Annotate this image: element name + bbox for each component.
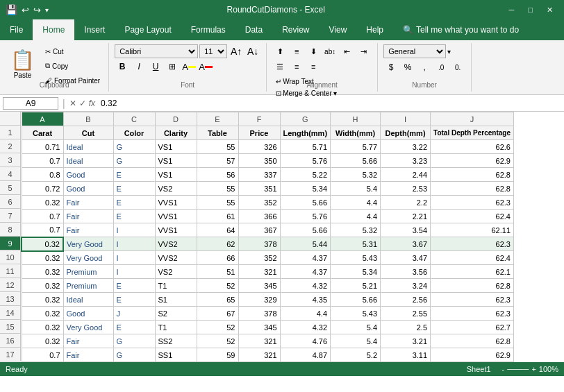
align-bottom-btn[interactable]: ⬇ — [306, 44, 321, 58]
cell-d10[interactable]: VVS2 — [155, 251, 197, 265]
col-header-j[interactable]: J — [431, 112, 514, 126]
cell-h17[interactable]: 5.2 — [331, 348, 381, 362]
cell-b9[interactable]: Very Good — [63, 237, 113, 251]
cell-a1[interactable]: Carat — [22, 126, 63, 140]
cell-e16[interactable]: 52 — [197, 334, 238, 348]
cell-d12[interactable]: T1 — [155, 279, 197, 293]
comma-btn[interactable]: , — [417, 60, 432, 74]
cell-e1[interactable]: Table — [197, 126, 238, 140]
cell-g1[interactable]: Length(mm) — [280, 126, 331, 140]
cell-a7[interactable]: 0.7 — [22, 210, 63, 223]
cell-c2[interactable]: G — [113, 140, 155, 154]
cell-g2[interactable]: 5.71 — [280, 140, 331, 154]
tab-formulas[interactable]: Formulas — [181, 19, 235, 40]
tab-tell-me[interactable]: 🔍 Tell me what you want to do — [393, 19, 529, 40]
cell-f15[interactable]: 345 — [238, 321, 280, 334]
cell-c14[interactable]: J — [113, 307, 155, 321]
cell-b12[interactable]: Premium — [63, 279, 113, 293]
italic-button[interactable]: I — [131, 60, 147, 74]
col-header-a[interactable]: A — [22, 112, 63, 126]
cell-g12[interactable]: 4.32 — [280, 279, 331, 293]
cell-b10[interactable]: Very Good — [63, 251, 113, 265]
cell-g11[interactable]: 4.37 — [280, 265, 331, 279]
cell-d11[interactable]: VS2 — [155, 265, 197, 279]
col-header-d[interactable]: D — [155, 112, 197, 126]
font-size-select[interactable]: 11 — [199, 44, 227, 58]
cell-a10[interactable]: 0.32 — [22, 251, 63, 265]
cell-d13[interactable]: S1 — [155, 293, 197, 307]
cell-h15[interactable]: 5.4 — [331, 321, 381, 334]
cell-a17[interactable]: 0.7 — [22, 348, 63, 362]
cell-e2[interactable]: 55 — [197, 140, 238, 154]
cell-f10[interactable]: 352 — [238, 251, 280, 265]
align-center-btn[interactable]: ≡ — [289, 60, 304, 74]
cell-d2[interactable]: VS1 — [155, 140, 197, 154]
cell-h12[interactable]: 5.21 — [331, 279, 381, 293]
merge-center-button[interactable]: ⊡ Merge & Center ▾ — [272, 88, 340, 99]
cell-d5[interactable]: VS2 — [155, 182, 197, 196]
cell-b15[interactable]: Very Good — [63, 321, 113, 334]
cell-a3[interactable]: 0.7 — [22, 154, 63, 168]
cell-h13[interactable]: 5.66 — [331, 293, 381, 307]
cell-e3[interactable]: 57 — [197, 154, 238, 168]
indent-increase-btn[interactable]: ⇥ — [356, 44, 371, 58]
cell-d8[interactable]: VVS1 — [155, 223, 197, 237]
align-right-btn[interactable]: ≡ — [306, 60, 321, 74]
indent-decrease-btn[interactable]: ⇤ — [339, 44, 354, 58]
underline-button[interactable]: U — [148, 60, 163, 74]
cell-d16[interactable]: SS2 — [155, 334, 197, 348]
cell-i5[interactable]: 2.53 — [381, 182, 431, 196]
copy-button[interactable]: ⧉ Copy — [42, 59, 103, 73]
cell-g14[interactable]: 4.4 — [280, 307, 331, 321]
tab-insert[interactable]: Insert — [74, 19, 115, 40]
cell-g16[interactable]: 4.76 — [280, 334, 331, 348]
cell-f4[interactable]: 337 — [238, 168, 280, 182]
border-button[interactable]: ⊞ — [165, 60, 180, 74]
cell-g3[interactable]: 5.76 — [280, 154, 331, 168]
cell-e4[interactable]: 56 — [197, 168, 238, 182]
cell-i4[interactable]: 2.44 — [381, 168, 431, 182]
tab-file[interactable]: File — [0, 19, 33, 40]
decimal-increase-btn[interactable]: .0 — [433, 60, 449, 74]
cell-e12[interactable]: 52 — [197, 279, 238, 293]
cell-e9[interactable]: 62 — [197, 237, 238, 251]
col-header-f[interactable]: F — [238, 112, 280, 126]
cell-e14[interactable]: 67 — [197, 307, 238, 321]
cell-c13[interactable]: E — [113, 293, 155, 307]
close-btn[interactable]: ✕ — [541, 4, 558, 16]
tab-review[interactable]: Review — [272, 19, 319, 40]
cell-c10[interactable]: I — [113, 251, 155, 265]
cell-j8[interactable]: 62.11 — [431, 223, 514, 237]
cell-b5[interactable]: Good — [63, 182, 113, 196]
cell-c12[interactable]: E — [113, 279, 155, 293]
cell-i13[interactable]: 2.56 — [381, 293, 431, 307]
cell-h16[interactable]: 5.4 — [331, 334, 381, 348]
cell-b14[interactable]: Good — [63, 307, 113, 321]
zoom-out-icon[interactable]: - — [502, 365, 505, 373]
cell-g10[interactable]: 4.37 — [280, 251, 331, 265]
minimize-btn[interactable]: ─ — [504, 4, 520, 16]
cell-e11[interactable]: 51 — [197, 265, 238, 279]
cell-reference-box[interactable] — [3, 97, 58, 110]
col-header-g[interactable]: G — [280, 112, 331, 126]
cell-a13[interactable]: 0.32 — [22, 293, 63, 307]
cell-h14[interactable]: 5.43 — [331, 307, 381, 321]
cell-i3[interactable]: 3.23 — [381, 154, 431, 168]
cell-j4[interactable]: 62.8 — [431, 168, 514, 182]
cell-c16[interactable]: G — [113, 334, 155, 348]
cell-j11[interactable]: 62.1 — [431, 265, 514, 279]
cell-c17[interactable]: G — [113, 348, 155, 362]
cell-a6[interactable]: 0.32 — [22, 196, 63, 210]
formula-input[interactable] — [98, 99, 561, 108]
undo-icon[interactable]: ↩ — [22, 5, 29, 15]
cell-a8[interactable]: 0.7 — [22, 223, 63, 237]
cell-b13[interactable]: Ideal — [63, 293, 113, 307]
cell-a14[interactable]: 0.32 — [22, 307, 63, 321]
cell-a9[interactable]: 0.32 — [22, 237, 63, 251]
cell-j9[interactable]: 62.3 — [431, 237, 514, 251]
decrease-font-btn[interactable]: A↓ — [245, 44, 260, 58]
cell-e7[interactable]: 61 — [197, 210, 238, 223]
bold-button[interactable]: B — [115, 60, 130, 74]
cell-d17[interactable]: SS1 — [155, 348, 197, 362]
cell-c5[interactable]: E — [113, 182, 155, 196]
